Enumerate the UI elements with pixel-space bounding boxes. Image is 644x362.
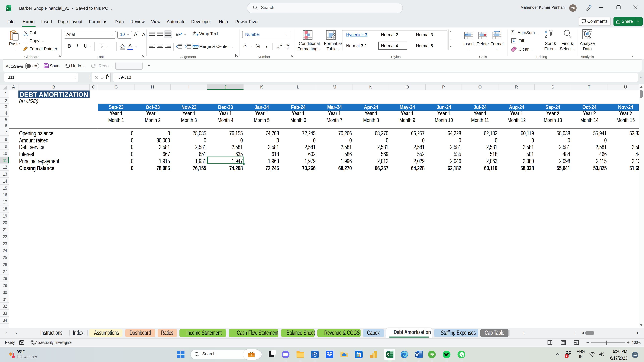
svg-text:.00: .00 — [286, 43, 289, 46]
svg-text:.00: .00 — [277, 46, 280, 49]
svg-text:A: A — [545, 30, 547, 34]
svg-text:W: W — [415, 352, 419, 356]
svg-text:c: c — [192, 33, 194, 36]
svg-text:X: X — [386, 352, 389, 356]
svg-text:Z: Z — [545, 34, 547, 38]
svg-text:→.0: →.0 — [285, 46, 290, 49]
svg-text:X: X — [6, 7, 8, 10]
svg-text:←.0: ←.0 — [278, 43, 282, 46]
svg-text:ab: ab — [176, 32, 180, 36]
